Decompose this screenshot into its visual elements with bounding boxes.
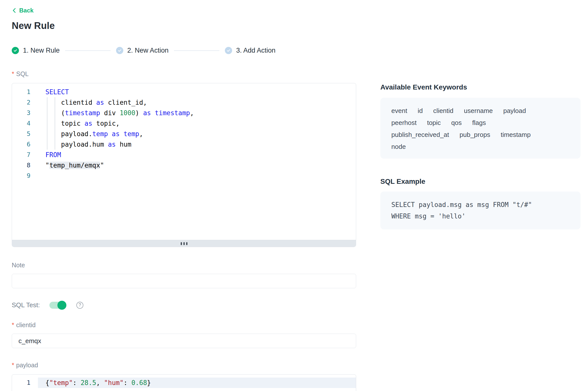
code-line: 8"temp_hum/emqx": [12, 160, 356, 171]
event-keywords-panel: eventidclientidusernamepayloadpeerhostto…: [380, 98, 581, 159]
line-number: 7: [12, 150, 38, 160]
required-asterisk: *: [12, 362, 14, 369]
line-number: 2: [12, 97, 38, 108]
required-asterisk: *: [12, 70, 14, 77]
event-keyword: clientid: [433, 107, 453, 115]
step-check-icon: [225, 47, 232, 54]
code-line: 9: [12, 171, 356, 181]
keyword-row: node: [391, 141, 570, 153]
step-label: 2. New Action: [127, 47, 168, 54]
line-number: 5: [12, 129, 38, 139]
keyword-row: peerhosttopicqosflags: [391, 117, 570, 129]
keyword-row: eventidclientidusernamepayload: [391, 105, 570, 117]
sql-test-toggle[interactable]: [49, 302, 66, 309]
event-keyword: publish_received_at: [391, 131, 449, 139]
event-keyword: timestamp: [501, 131, 531, 139]
event-keyword: pub_props: [459, 131, 490, 139]
payload-code-editor[interactable]: 1{"temp": 28.5, "hum": 0.68}: [12, 374, 356, 391]
code-line: 1{"temp": 28.5, "hum": 0.68}: [12, 378, 356, 388]
event-keyword: username: [464, 107, 493, 115]
clientid-input[interactable]: [12, 334, 356, 348]
code-line: 4 topic as topic,: [12, 118, 356, 129]
event-keyword: payload: [503, 107, 526, 115]
note-input[interactable]: [12, 274, 356, 288]
indent-guide: [47, 97, 47, 150]
code-line: 6 payload.hum as hum: [12, 139, 356, 150]
event-keyword: peerhost: [391, 119, 417, 127]
wizard-steps: 1. New Rule 2. New Action 3. Add Action: [12, 47, 588, 54]
sql-code-editor[interactable]: 1SELECT2 clientid as client_id,3 (timest…: [12, 83, 356, 240]
step-new-rule: 1. New Rule: [12, 47, 60, 54]
step-check-icon: [12, 47, 19, 54]
line-number: 6: [12, 139, 38, 150]
step-label: 1. New Rule: [23, 47, 60, 54]
code-line-content: "temp_hum/emqx": [38, 160, 356, 171]
code-line-content: SELECT: [38, 87, 356, 97]
new-rule-page: Back New Rule 1. New Rule 2. New Action …: [0, 0, 588, 391]
code-line-content: [38, 171, 356, 181]
back-label[interactable]: Back: [19, 7, 33, 14]
payload-field-label: *payload: [12, 362, 356, 369]
drag-dot-icon: [183, 242, 185, 245]
note-field-label: Note: [12, 262, 356, 269]
code-line-content: (timestamp div 1000) as timestamp,: [38, 108, 356, 118]
sql-example-line: WHERE msg = 'hello': [391, 210, 570, 222]
step-label: 3. Add Action: [236, 47, 276, 54]
step-connector: [174, 50, 219, 51]
code-line-content: FROM: [38, 150, 356, 160]
back-chevron-icon: [12, 7, 17, 13]
sql-field-label: *SQL: [12, 70, 356, 78]
sql-test-label: SQL Test:: [12, 301, 40, 309]
sql-example-panel: SELECT payload.msg as msg FROM "t/#"WHER…: [380, 192, 581, 229]
toggle-knob: [57, 301, 66, 310]
code-line: 5 payload.temp as temp,: [12, 129, 356, 139]
step-new-action: 2. New Action: [116, 47, 168, 54]
page-title: New Rule: [12, 20, 588, 31]
code-line-content: {"temp": 28.5, "hum": 0.68}: [38, 378, 356, 388]
line-number: 1: [12, 378, 38, 388]
indent-guide: [55, 97, 55, 150]
drag-dot-icon: [186, 242, 187, 245]
line-number: 1: [12, 87, 38, 97]
event-keyword: event: [391, 107, 407, 115]
step-check-icon: [116, 47, 123, 54]
code-line: 2 clientid as client_id,: [12, 97, 356, 108]
help-icon[interactable]: ?: [76, 302, 83, 309]
line-number: 9: [12, 171, 38, 181]
event-keyword: node: [391, 143, 406, 151]
editor-resize-handle[interactable]: [12, 240, 356, 247]
required-asterisk: *: [12, 321, 14, 328]
event-keyword: topic: [427, 119, 441, 127]
sql-example-title: SQL Example: [380, 178, 581, 186]
keyword-row: publish_received_atpub_propstimestamp: [391, 129, 570, 141]
code-line: 1SELECT: [12, 87, 356, 97]
keywords-panel-title: Available Event Keywords: [380, 83, 581, 91]
line-number: 4: [12, 118, 38, 129]
code-line-content: clientid as client_id,: [38, 97, 356, 108]
step-add-action: 3. Add Action: [225, 47, 276, 54]
back-link[interactable]: Back: [12, 7, 588, 14]
event-keyword: flags: [472, 119, 486, 127]
code-line: 3 (timestamp div 1000) as timestamp,: [12, 108, 356, 118]
code-line-content: topic as topic,: [38, 118, 356, 129]
clientid-field-label: *clientid: [12, 321, 356, 329]
event-keyword: qos: [451, 119, 462, 127]
event-keyword: id: [418, 107, 423, 115]
code-line-content: payload.temp as temp,: [38, 129, 356, 139]
line-number: 3: [12, 108, 38, 118]
sql-example-line: SELECT payload.msg as msg FROM "t/#": [391, 199, 570, 210]
code-line-content: payload.hum as hum: [38, 139, 356, 150]
code-line: 7FROM: [12, 150, 356, 160]
drag-dot-icon: [181, 242, 182, 245]
step-connector: [65, 50, 111, 51]
line-number: 8: [12, 160, 38, 171]
